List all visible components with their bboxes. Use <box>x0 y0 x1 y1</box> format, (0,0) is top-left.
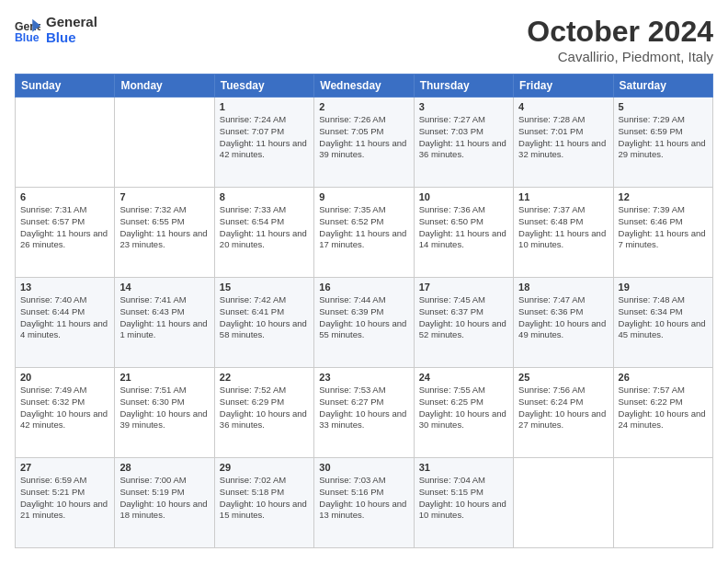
logo-icon: General Blue <box>15 17 40 43</box>
day-number: 14 <box>119 282 209 293</box>
cell-info: Sunrise: 7:33 AMSunset: 6:54 PMDaylight:… <box>220 204 309 251</box>
day-number: 5 <box>619 101 708 112</box>
day-number: 4 <box>518 101 608 112</box>
day-number: 2 <box>319 101 408 112</box>
day-number: 30 <box>319 462 408 473</box>
cell-info: Sunrise: 7:56 AMSunset: 6:24 PMDaylight:… <box>518 385 608 431</box>
cell-info: Sunrise: 7:39 AMSunset: 6:46 PMDaylight:… <box>619 204 708 251</box>
day-number: 31 <box>419 462 508 473</box>
calendar-cell-4-5 <box>514 458 613 548</box>
day-number: 3 <box>419 101 508 112</box>
calendar-cell-1-1: 7Sunrise: 7:32 AMSunset: 6:55 PMDaylight… <box>115 188 214 278</box>
week-row-3: 13Sunrise: 7:40 AMSunset: 6:44 PMDayligh… <box>16 278 713 368</box>
calendar-cell-4-3: 30Sunrise: 7:03 AMSunset: 5:16 PMDayligh… <box>314 458 414 548</box>
cell-info: Sunrise: 7:45 AMSunset: 6:37 PMDaylight:… <box>419 294 508 341</box>
week-row-4: 20Sunrise: 7:49 AMSunset: 6:32 PMDayligh… <box>16 368 713 458</box>
cell-info: Sunrise: 7:35 AMSunset: 6:52 PMDaylight:… <box>319 204 408 251</box>
day-number: 19 <box>619 282 708 293</box>
day-number: 16 <box>319 282 408 293</box>
day-number: 28 <box>119 462 209 473</box>
calendar-cell-2-1: 14Sunrise: 7:41 AMSunset: 6:43 PMDayligh… <box>115 278 214 368</box>
day-number: 6 <box>20 191 109 202</box>
calendar-cell-1-3: 9Sunrise: 7:35 AMSunset: 6:52 PMDaylight… <box>314 188 414 278</box>
cell-info: Sunrise: 7:53 AMSunset: 6:27 PMDaylight:… <box>319 385 408 431</box>
day-number: 13 <box>20 282 109 293</box>
day-number: 15 <box>220 282 309 293</box>
calendar-cell-3-0: 20Sunrise: 7:49 AMSunset: 6:32 PMDayligh… <box>16 368 115 458</box>
calendar-cell-2-6: 19Sunrise: 7:48 AMSunset: 6:34 PMDayligh… <box>613 278 712 368</box>
calendar-cell-4-2: 29Sunrise: 7:02 AMSunset: 5:18 PMDayligh… <box>214 458 313 548</box>
calendar-cell-3-3: 23Sunrise: 7:53 AMSunset: 6:27 PMDayligh… <box>314 368 414 458</box>
day-number: 24 <box>419 372 508 383</box>
day-number: 12 <box>619 191 708 202</box>
logo-general-text: General <box>46 15 97 30</box>
cell-info: Sunrise: 7:42 AMSunset: 6:41 PMDaylight:… <box>220 294 309 341</box>
svg-text:Blue: Blue <box>15 31 40 43</box>
calendar-cell-0-1 <box>115 98 214 188</box>
day-number: 20 <box>20 372 109 383</box>
day-number: 25 <box>518 372 608 383</box>
logo: General Blue General Blue <box>15 15 97 45</box>
header-saturday: Saturday <box>613 75 712 98</box>
header-sunday: Sunday <box>16 75 115 98</box>
calendar-cell-2-2: 15Sunrise: 7:42 AMSunset: 6:41 PMDayligh… <box>214 278 313 368</box>
calendar-cell-3-5: 25Sunrise: 7:56 AMSunset: 6:24 PMDayligh… <box>514 368 613 458</box>
calendar-cell-4-0: 27Sunrise: 6:59 AMSunset: 5:21 PMDayligh… <box>16 458 115 548</box>
day-number: 10 <box>419 191 508 202</box>
cell-info: Sunrise: 7:48 AMSunset: 6:34 PMDaylight:… <box>619 294 708 341</box>
header-friday: Friday <box>514 75 613 98</box>
header-monday: Monday <box>115 75 214 98</box>
day-number: 11 <box>518 191 608 202</box>
calendar-cell-1-2: 8Sunrise: 7:33 AMSunset: 6:54 PMDaylight… <box>214 188 313 278</box>
day-number: 26 <box>619 372 708 383</box>
calendar-cell-0-2: 1Sunrise: 7:24 AMSunset: 7:07 PMDaylight… <box>214 98 313 188</box>
week-row-5: 27Sunrise: 6:59 AMSunset: 5:21 PMDayligh… <box>16 458 713 548</box>
cell-info: Sunrise: 7:55 AMSunset: 6:25 PMDaylight:… <box>419 385 508 431</box>
cell-info: Sunrise: 7:31 AMSunset: 6:57 PMDaylight:… <box>20 204 109 251</box>
cell-info: Sunrise: 7:49 AMSunset: 6:32 PMDaylight:… <box>20 385 109 431</box>
day-number: 8 <box>220 191 309 202</box>
header-wednesday: Wednesday <box>314 75 414 98</box>
cell-info: Sunrise: 7:37 AMSunset: 6:48 PMDaylight:… <box>518 204 608 251</box>
cell-info: Sunrise: 7:04 AMSunset: 5:15 PMDaylight:… <box>419 475 508 522</box>
calendar-cell-4-4: 31Sunrise: 7:04 AMSunset: 5:15 PMDayligh… <box>414 458 513 548</box>
calendar-cell-0-0 <box>16 98 115 188</box>
weekday-header-row: Sunday Monday Tuesday Wednesday Thursday… <box>16 75 713 98</box>
title-area: October 2024 Cavallirio, Piedmont, Italy <box>527 15 713 64</box>
calendar-cell-1-5: 11Sunrise: 7:37 AMSunset: 6:48 PMDayligh… <box>514 188 613 278</box>
cell-info: Sunrise: 7:32 AMSunset: 6:55 PMDaylight:… <box>119 204 209 251</box>
calendar-cell-0-4: 3Sunrise: 7:27 AMSunset: 7:03 PMDaylight… <box>414 98 513 188</box>
location: Cavallirio, Piedmont, Italy <box>527 49 713 64</box>
calendar-cell-3-1: 21Sunrise: 7:51 AMSunset: 6:30 PMDayligh… <box>115 368 214 458</box>
calendar-cell-1-0: 6Sunrise: 7:31 AMSunset: 6:57 PMDaylight… <box>16 188 115 278</box>
cell-info: Sunrise: 7:47 AMSunset: 6:36 PMDaylight:… <box>518 294 608 341</box>
month-title: October 2024 <box>527 15 713 49</box>
cell-info: Sunrise: 7:41 AMSunset: 6:43 PMDaylight:… <box>119 294 209 341</box>
cell-info: Sunrise: 7:26 AMSunset: 7:05 PMDaylight:… <box>319 114 408 161</box>
cell-info: Sunrise: 6:59 AMSunset: 5:21 PMDaylight:… <box>20 475 109 522</box>
week-row-1: 1Sunrise: 7:24 AMSunset: 7:07 PMDaylight… <box>16 98 713 188</box>
cell-info: Sunrise: 7:24 AMSunset: 7:07 PMDaylight:… <box>220 114 309 161</box>
header-tuesday: Tuesday <box>214 75 313 98</box>
day-number: 18 <box>518 282 608 293</box>
cell-info: Sunrise: 7:03 AMSunset: 5:16 PMDaylight:… <box>319 475 408 522</box>
calendar-cell-1-6: 12Sunrise: 7:39 AMSunset: 6:46 PMDayligh… <box>613 188 712 278</box>
calendar-cell-3-6: 26Sunrise: 7:57 AMSunset: 6:22 PMDayligh… <box>613 368 712 458</box>
cell-info: Sunrise: 7:00 AMSunset: 5:19 PMDaylight:… <box>119 475 209 522</box>
day-number: 17 <box>419 282 508 293</box>
day-number: 27 <box>20 462 109 473</box>
cell-info: Sunrise: 7:40 AMSunset: 6:44 PMDaylight:… <box>20 294 109 341</box>
cell-info: Sunrise: 7:44 AMSunset: 6:39 PMDaylight:… <box>319 294 408 341</box>
calendar-cell-4-1: 28Sunrise: 7:00 AMSunset: 5:19 PMDayligh… <box>115 458 214 548</box>
day-number: 1 <box>220 101 309 112</box>
calendar-cell-2-5: 18Sunrise: 7:47 AMSunset: 6:36 PMDayligh… <box>514 278 613 368</box>
day-number: 21 <box>119 372 209 383</box>
header-thursday: Thursday <box>414 75 513 98</box>
logo-blue-text: Blue <box>46 30 97 46</box>
cell-info: Sunrise: 7:02 AMSunset: 5:18 PMDaylight:… <box>220 475 309 522</box>
calendar-cell-0-5: 4Sunrise: 7:28 AMSunset: 7:01 PMDaylight… <box>514 98 613 188</box>
day-number: 23 <box>319 372 408 383</box>
calendar-cell-2-4: 17Sunrise: 7:45 AMSunset: 6:37 PMDayligh… <box>414 278 513 368</box>
calendar-cell-3-2: 22Sunrise: 7:52 AMSunset: 6:29 PMDayligh… <box>214 368 313 458</box>
calendar-page: General Blue General Blue October 2024 C… <box>0 0 728 563</box>
